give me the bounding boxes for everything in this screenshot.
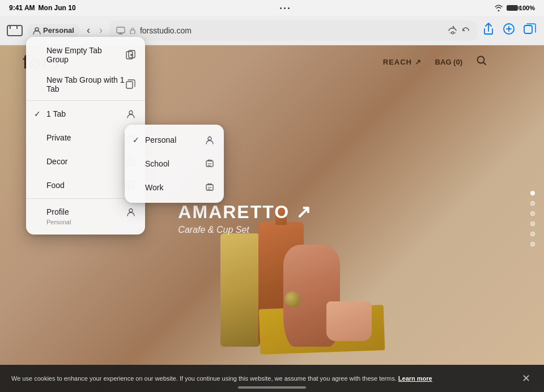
product-overlay: AMARETTO ↗ Carafe & Cup Set — [178, 201, 312, 235]
cookie-close-button[interactable]: ✕ — [520, 372, 533, 385]
forward-button[interactable]: › — [97, 22, 105, 39]
submenu-school[interactable]: School — [125, 152, 224, 176]
profile-label: Personal — [43, 26, 74, 35]
status-right: 100% — [494, 5, 535, 11]
person-icon — [33, 27, 41, 35]
home-indicator — [238, 386, 306, 389]
submenu-personal[interactable]: ✓ Personal — [125, 128, 224, 152]
svg-point-16 — [208, 137, 211, 140]
scroll-dot-1[interactable] — [530, 191, 535, 195]
dropdown-item-profile[interactable]: Profile Personal — [26, 200, 145, 231]
personal-person-icon — [203, 134, 216, 146]
dropdown-item-1tab[interactable]: ✓ 1 Tab — [26, 102, 145, 126]
food-label: Food — [46, 181, 125, 190]
status-dot-2 — [284, 7, 286, 9]
airdrop-icon[interactable] — [448, 26, 458, 35]
dropdown-item-new-empty[interactable]: New Empty Tab Group — [26, 40, 145, 70]
new-with-tab-label: New Tab Group with 1 Tab — [46, 75, 125, 93]
cookie-text: We use cookies to enhance your experienc… — [11, 375, 515, 382]
reload-icon[interactable] — [461, 26, 470, 35]
status-dot-1 — [280, 7, 282, 9]
1tab-person-icon — [125, 108, 137, 120]
status-center — [280, 7, 290, 9]
product-subtitle: Carafe & Cup Set — [178, 225, 312, 235]
work-label: Work — [145, 183, 203, 192]
address-bar[interactable]: forsstudio.com — [109, 20, 477, 41]
school-label: School — [145, 159, 203, 168]
battery-icon: 100% — [507, 5, 535, 11]
cookie-learn-more-link[interactable]: Learn more — [398, 375, 432, 382]
wifi-icon — [494, 5, 503, 11]
search-icon-site[interactable] — [476, 55, 487, 69]
svg-point-3 — [452, 32, 454, 34]
toolbar-right — [482, 22, 537, 39]
status-date: Mon Jun 10 — [39, 4, 76, 12]
status-time: 9:41 AM — [9, 4, 35, 12]
status-left: 9:41 AM Mon Jun 10 — [9, 4, 76, 12]
tab-grid-icon[interactable] — [7, 25, 23, 36]
cup-product — [326, 301, 372, 341]
personal-label: Personal — [145, 135, 203, 144]
work-profile-icon — [203, 181, 216, 194]
scroll-dot-6[interactable] — [530, 242, 535, 246]
product-title: AMARETTO ↗ — [178, 201, 312, 223]
share-button[interactable] — [482, 22, 495, 39]
divider-1 — [26, 100, 145, 101]
new-empty-icon — [125, 49, 137, 61]
scroll-dot-4[interactable] — [530, 221, 535, 226]
back-button[interactable]: ‹ — [84, 22, 92, 39]
reach-link[interactable]: REACH ↗ — [383, 58, 422, 66]
address-text: forsstudio.com — [140, 26, 192, 35]
lock-icon — [130, 27, 135, 34]
profile-subtitle: Personal — [46, 219, 71, 225]
site-nav: REACH ↗ BAG (0) — [383, 55, 487, 69]
svg-rect-5 — [524, 25, 532, 33]
status-dot-3 — [288, 7, 290, 9]
status-bar: 9:41 AM Mon Jun 10 100% — [0, 0, 544, 16]
1tab-label: 1 Tab — [46, 109, 125, 118]
svg-point-10 — [129, 111, 133, 114]
school-profile-icon — [203, 157, 216, 170]
profile-row: Profile — [34, 206, 137, 218]
new-empty-label: New Empty Tab Group — [46, 46, 125, 64]
olive-bottle-product — [220, 233, 260, 347]
display-icon — [116, 27, 125, 35]
profile-main-label: Profile — [46, 207, 125, 216]
private-label: Private — [46, 133, 125, 142]
svg-rect-2 — [130, 30, 135, 34]
small-ball-prop — [284, 291, 300, 307]
battery-percent: 100% — [519, 5, 535, 11]
dropdown-item-new-with-tab[interactable]: New Tab Group with 1 Tab — [26, 70, 145, 99]
scroll-dots — [530, 191, 535, 246]
scroll-dot-2[interactable] — [530, 201, 535, 206]
svg-rect-1 — [117, 27, 125, 33]
scroll-dot-5[interactable] — [530, 232, 535, 236]
svg-point-15 — [129, 209, 133, 212]
new-tab-button[interactable] — [502, 22, 516, 39]
bag-link[interactable]: BAG (0) — [435, 58, 462, 66]
svg-rect-9 — [126, 82, 133, 88]
decor-label: Decor — [46, 157, 125, 166]
profile-person-icon — [125, 206, 137, 218]
submenu-work[interactable]: Work — [125, 176, 224, 199]
new-with-tab-icon — [125, 78, 137, 91]
address-bar-icons — [448, 26, 470, 35]
tabs-overview-button[interactable] — [522, 22, 537, 39]
profile-button[interactable]: Personal — [27, 24, 80, 37]
profile-submenu: ✓ Personal School Work — [125, 125, 224, 203]
scroll-dot-3[interactable] — [530, 211, 535, 216]
